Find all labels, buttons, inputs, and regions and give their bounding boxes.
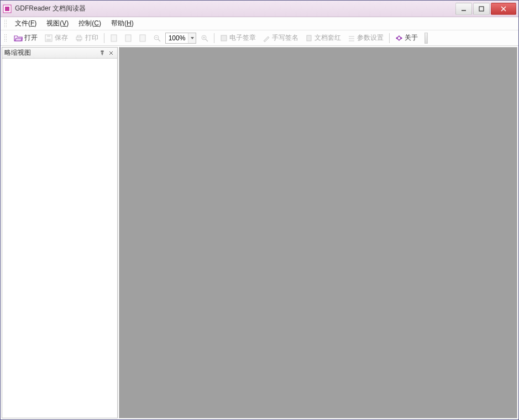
esign-button: 电子签章 <box>218 32 258 44</box>
svg-rect-24 <box>349 36 354 37</box>
print-icon <box>75 34 83 43</box>
svg-line-19 <box>206 39 208 41</box>
about-icon <box>395 34 403 42</box>
save-button: 保存 <box>42 32 70 44</box>
settings-icon <box>348 34 355 42</box>
window-controls <box>455 3 516 15</box>
separator <box>214 33 214 43</box>
app-window: GDFReader 文档阅读器 文件(F) 视图(V) 控制(C) 帮助(H) <box>0 0 519 420</box>
menubar: 文件(F) 视图(V) 控制(C) 帮助(H) <box>1 17 518 30</box>
menu-file-label: 文件 <box>15 19 28 27</box>
save-icon <box>44 34 53 43</box>
menu-grip-icon <box>4 19 7 28</box>
app-title: GDFReader 文档阅读器 <box>15 4 455 13</box>
zoom-in-icon <box>201 34 208 42</box>
params-button: 参数设置 <box>345 32 386 44</box>
svg-rect-14 <box>140 35 145 41</box>
zoom-out-button <box>151 32 163 44</box>
document-icon <box>305 34 313 42</box>
panel-close-button[interactable] <box>107 49 115 57</box>
menu-view[interactable]: 视图(V) <box>42 17 73 30</box>
titlebar: GDFReader 文档阅读器 <box>1 1 518 17</box>
page-first-icon <box>110 34 118 43</box>
print-button: 打印 <box>72 32 101 44</box>
svg-rect-8 <box>46 39 51 41</box>
zoom-in-button <box>198 32 211 44</box>
print-label: 打印 <box>85 33 98 43</box>
svg-rect-10 <box>77 35 81 37</box>
svg-rect-23 <box>307 35 311 41</box>
zoom-out-icon <box>153 34 161 42</box>
open-button[interactable]: 打开 <box>12 32 40 44</box>
separator <box>389 33 390 43</box>
docred-label: 文档套红 <box>314 33 341 43</box>
nav-first-button <box>108 32 120 44</box>
maximize-button[interactable] <box>473 3 490 15</box>
thumbnail-list <box>2 59 117 418</box>
docred-button: 文档套红 <box>303 32 343 44</box>
svg-rect-25 <box>349 38 354 39</box>
zoom-input[interactable] <box>166 34 188 42</box>
page-next-icon <box>139 34 146 43</box>
svg-rect-7 <box>47 35 50 37</box>
thumbnail-panel-header: 略缩视图 <box>2 48 117 59</box>
nav-next-button <box>137 32 149 44</box>
open-label: 打开 <box>24 33 38 43</box>
zoom-combo[interactable] <box>165 33 196 44</box>
close-button[interactable] <box>491 3 516 15</box>
svg-rect-3 <box>479 7 484 11</box>
menu-help-label: 帮助 <box>111 19 124 27</box>
app-icon <box>3 4 12 13</box>
stamp-icon <box>220 34 228 42</box>
toolbar: 打开 保存 打印 <box>1 30 518 46</box>
svg-rect-22 <box>221 35 227 41</box>
handsign-button: 手写签名 <box>260 32 301 44</box>
page-prev-icon <box>124 34 132 43</box>
content-area: 略缩视图 <box>1 46 518 419</box>
open-folder-icon <box>14 34 23 43</box>
menu-control-label: 控制 <box>78 19 92 27</box>
handsign-label: 手写签名 <box>272 33 298 43</box>
esign-label: 电子签章 <box>229 33 256 43</box>
separator <box>104 33 104 43</box>
document-viewer[interactable] <box>119 47 517 418</box>
toolbar-overflow-icon[interactable] <box>424 33 428 44</box>
svg-rect-13 <box>125 35 131 41</box>
thumbnail-panel-title: 略缩视图 <box>4 48 97 57</box>
toolbar-grip-icon <box>4 34 7 43</box>
minimize-button[interactable] <box>455 3 472 15</box>
thumbnail-panel: 略缩视图 <box>2 47 118 418</box>
svg-line-16 <box>158 39 160 41</box>
zoom-dropdown-button[interactable] <box>188 33 196 43</box>
svg-rect-11 <box>77 39 81 41</box>
menu-view-label: 视图 <box>46 19 60 27</box>
save-label: 保存 <box>55 33 68 43</box>
svg-rect-26 <box>349 40 354 41</box>
about-label: 关于 <box>405 33 418 43</box>
menu-control[interactable]: 控制(C) <box>74 17 106 30</box>
about-button[interactable]: 关于 <box>393 32 420 44</box>
pin-button[interactable] <box>98 49 106 57</box>
menu-file[interactable]: 文件(F) <box>11 17 41 30</box>
nav-prev-button <box>122 32 134 44</box>
menu-help[interactable]: 帮助(H) <box>107 17 138 30</box>
params-label: 参数设置 <box>357 33 384 43</box>
svg-rect-1 <box>5 7 9 11</box>
pen-icon <box>263 34 270 42</box>
svg-rect-12 <box>111 35 117 41</box>
